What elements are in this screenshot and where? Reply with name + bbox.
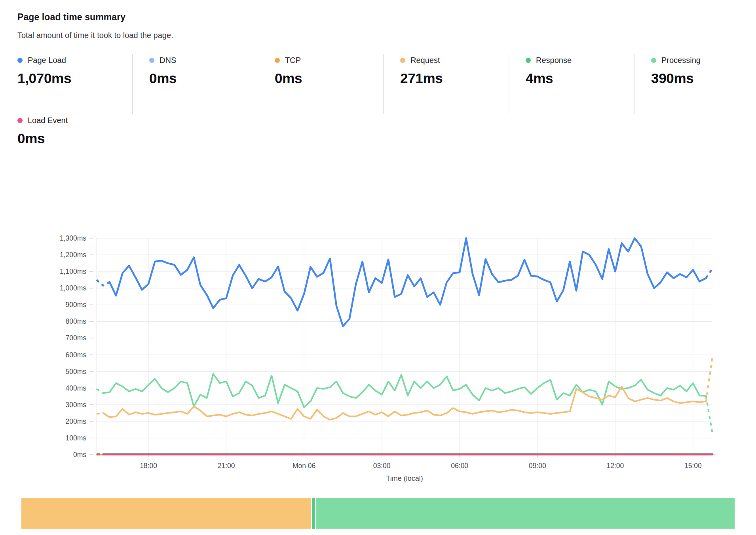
legend-dot-load-event [17, 118, 23, 123]
stat-value: 4ms [526, 70, 634, 87]
stat-response: Response4ms [509, 54, 634, 114]
series-processing [103, 374, 706, 407]
series-processing-dash-head [97, 389, 103, 393]
y-axis-label: 1,000ms [60, 284, 86, 292]
stat-load-event: Load Event0ms [17, 114, 132, 160]
legend-dot-request [400, 58, 405, 63]
stat-label: Response [536, 55, 572, 65]
x-axis-label: 06:00 [451, 462, 468, 470]
stat-header: Processing [651, 55, 756, 65]
x-axis-label: 09:00 [529, 462, 546, 470]
series-processing-dash-tail [706, 396, 712, 434]
y-axis-label: 200ms [65, 417, 86, 425]
stat-header: Load Event [17, 116, 132, 125]
y-axis-label: 500ms [65, 368, 86, 376]
stat-processing: Processing390ms [634, 54, 756, 114]
series-request-dash-head [97, 413, 103, 414]
series-page-load-dash-tail [706, 269, 712, 278]
y-axis-label: 1,300ms [60, 234, 86, 242]
series-page-load-dash-head [97, 280, 110, 286]
y-axis-label: 900ms [65, 301, 86, 309]
stat-value: 0ms [17, 130, 132, 147]
x-axis-label: 03:00 [373, 462, 391, 470]
bar-segment-request [21, 498, 311, 529]
stat-label: TCP [285, 55, 301, 65]
stat-label: Load Event [28, 116, 68, 125]
y-axis-label: 1,200ms [60, 251, 86, 259]
legend-dot-dns [149, 58, 154, 63]
stat-header: TCP [275, 55, 383, 65]
y-axis-label: 400ms [65, 384, 86, 392]
legend-dot-processing [651, 58, 656, 63]
y-axis-label: 0ms [73, 451, 86, 459]
y-axis-label: 600ms [65, 351, 86, 359]
x-axis-label: 18:00 [140, 462, 157, 470]
stat-label: DNS [160, 55, 176, 65]
page-subtitle: Total amount of time it took to load the… [17, 30, 739, 40]
x-axis-title: Time (local) [386, 474, 423, 482]
stat-label: Processing [661, 55, 701, 65]
x-axis-label: 12:00 [606, 462, 624, 470]
stat-label: Page Load [28, 55, 66, 65]
y-axis-label: 800ms [65, 317, 86, 325]
bar-segment-response [312, 498, 315, 529]
stat-label: Request [410, 55, 440, 65]
series-page-load [110, 238, 706, 326]
stat-header: DNS [149, 55, 258, 65]
legend-dot-page-load [17, 58, 23, 63]
stat-value: 0ms [275, 70, 383, 87]
metric-stats-row: Page Load1,070msDNS0msTCP0msRequest271ms… [17, 54, 739, 114]
legend-dot-response [526, 58, 531, 63]
stat-request: Request271ms [383, 54, 509, 114]
y-axis-label: 700ms [65, 334, 86, 342]
stat-value: 390ms [651, 70, 756, 87]
stat-value: 271ms [400, 70, 509, 87]
stat-page-load: Page Load1,070ms [17, 54, 132, 114]
page-load-time-chart[interactable]: 0ms100ms200ms300ms400ms500ms600ms700ms80… [17, 226, 726, 488]
legend-dot-tcp [275, 58, 280, 63]
x-axis-label: Mon 06 [293, 462, 315, 470]
x-axis-label: 21:00 [218, 462, 235, 470]
stat-header: Response [526, 55, 634, 65]
bar-segment-processing [316, 498, 735, 529]
timing-distribution-bar [21, 498, 735, 529]
y-axis-label: 300ms [65, 401, 86, 409]
page-load-summary-panel: Page load time summary Total amount of t… [0, 0, 756, 529]
stat-tcp: TCP0ms [258, 54, 383, 114]
x-axis-label: 15:00 [684, 462, 702, 470]
series-request-dash-tail [706, 357, 712, 402]
stat-value: 1,070ms [17, 70, 132, 87]
stat-dns: DNS0ms [132, 54, 258, 114]
y-axis-label: 1,100ms [60, 268, 86, 275]
page-title: Page load time summary [17, 10, 739, 24]
metric-stats-row-2: Load Event0ms [17, 114, 739, 160]
y-axis-label: 100ms [65, 434, 86, 442]
stat-header: Page Load [17, 55, 132, 65]
stat-value: 0ms [149, 70, 258, 87]
stat-header: Request [400, 55, 509, 65]
